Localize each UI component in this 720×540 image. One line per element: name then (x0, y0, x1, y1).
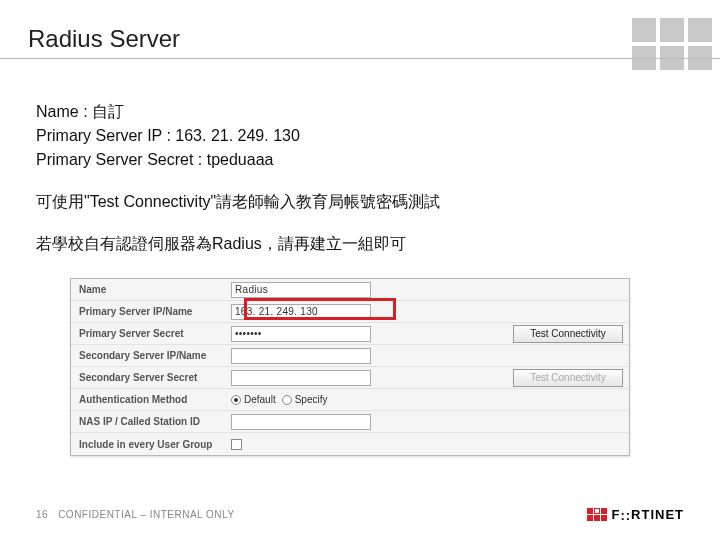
body-line-4: 可使用"Test Connectivity"請老師輸入教育局帳號密碼測試 (36, 190, 676, 214)
row-auth-method: Authentication Method Default Specify (71, 389, 629, 411)
body-line-2: Primary Server IP : 163. 21. 249. 130 (36, 124, 676, 148)
label-secondary-secret: Secondary Server Secret (71, 372, 231, 383)
label-include: Include in every User Group (71, 439, 231, 450)
page-number: 16 (36, 509, 48, 520)
brand-name: F::RTINET (611, 507, 684, 522)
input-secondary-secret[interactable] (231, 370, 371, 386)
radio-default-label: Default (244, 394, 276, 405)
radio-dot-icon (282, 395, 292, 405)
row-nas-ip: NAS IP / Called Station ID (71, 411, 629, 433)
radio-specify-label: Specify (295, 394, 328, 405)
checkbox-include[interactable] (231, 439, 242, 450)
slide: Radius Server Name : 自訂 Primary Server I… (0, 0, 720, 540)
test-connectivity-button-2[interactable]: Test Connectivity (513, 369, 623, 387)
label-primary-secret: Primary Server Secret (71, 328, 231, 339)
row-primary-secret: Primary Server Secret ••••••• Test Conne… (71, 323, 629, 345)
input-nas-ip[interactable] (231, 414, 371, 430)
body-line-5: 若學校自有認證伺服器為Radius，請再建立一組即可 (36, 232, 676, 256)
label-secondary-ip: Secondary Server IP/Name (71, 350, 231, 361)
input-secondary-ip[interactable] (231, 348, 371, 364)
body-line-1: Name : 自訂 (36, 100, 676, 124)
slide-title: Radius Server (28, 25, 180, 53)
input-primary-secret[interactable]: ••••••• (231, 326, 371, 342)
radio-dot-icon (231, 395, 241, 405)
label-primary-ip: Primary Server IP/Name (71, 306, 231, 317)
label-name: Name (71, 284, 231, 295)
highlight-rectangle (244, 298, 396, 320)
footer: 16 CONFIDENTIAL – INTERNAL ONLY F::RTINE… (36, 507, 684, 522)
row-include: Include in every User Group (71, 433, 629, 455)
test-connectivity-button-1[interactable]: Test Connectivity (513, 325, 623, 343)
body-text: Name : 自訂 Primary Server IP : 163. 21. 2… (36, 100, 676, 256)
row-secondary-ip: Secondary Server IP/Name (71, 345, 629, 367)
title-bar: Radius Server (0, 20, 720, 58)
label-auth-method: Authentication Method (71, 394, 231, 405)
confidential-label: CONFIDENTIAL – INTERNAL ONLY (58, 509, 234, 520)
body-line-3: Primary Server Secret : tpeduaaa (36, 148, 676, 172)
radio-specify[interactable]: Specify (282, 394, 328, 405)
row-secondary-secret: Secondary Server Secret Test Connectivit… (71, 367, 629, 389)
brand-logo: F::RTINET (587, 507, 684, 522)
title-underline (0, 58, 720, 59)
logo-mark-icon (587, 508, 607, 521)
input-name[interactable]: Radius (231, 282, 371, 298)
label-nas-ip: NAS IP / Called Station ID (71, 416, 231, 427)
radio-default[interactable]: Default (231, 394, 276, 405)
